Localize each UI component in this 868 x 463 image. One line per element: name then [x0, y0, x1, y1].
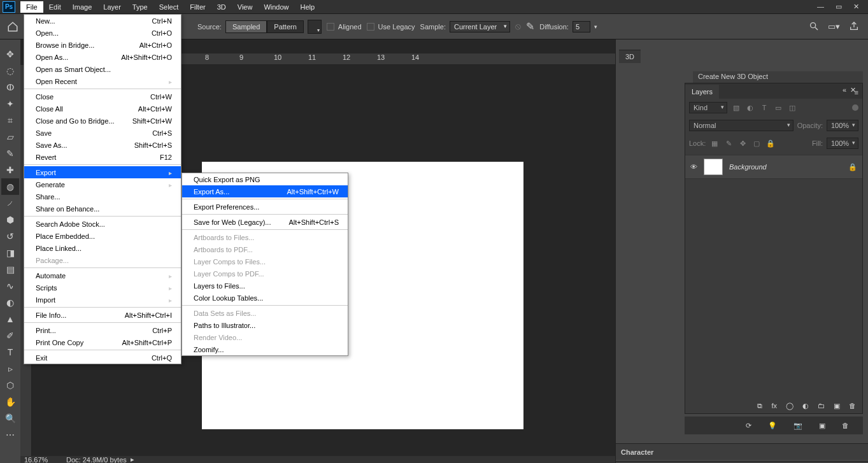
zoom-level[interactable]: 16.67%: [20, 456, 59, 464]
file-menu-automate[interactable]: Automate: [24, 269, 181, 281]
export-menu-zoomify[interactable]: Zoomify...: [182, 343, 348, 355]
character-panel-collapsed[interactable]: Character: [616, 443, 868, 460]
move-tool-icon[interactable]: ✥: [1, 46, 19, 62]
path-tool-icon[interactable]: ✐: [1, 327, 19, 344]
visibility-icon[interactable]: 👁: [690, 163, 697, 171]
menu-select[interactable]: Select: [153, 1, 185, 13]
pen-tool-icon[interactable]: ▲: [1, 311, 19, 327]
filter-smart-icon[interactable]: ◫: [787, 103, 797, 113]
layer-kind-select[interactable]: Kind: [689, 102, 727, 113]
home-icon[interactable]: [4, 18, 22, 36]
layer-name[interactable]: Background: [729, 163, 767, 171]
filter-pixel-icon[interactable]: ▧: [731, 103, 741, 113]
file-menu-close[interactable]: CloseCtrl+W: [24, 90, 181, 103]
spot-heal-tool-icon[interactable]: ✚: [1, 162, 19, 178]
direct-select-tool-icon[interactable]: ▹: [1, 360, 19, 377]
menu-image[interactable]: Image: [67, 1, 98, 13]
opacity-input[interactable]: 100%: [827, 120, 858, 131]
lock-icon[interactable]: 🔒: [848, 163, 857, 171]
file-menu-place-linked[interactable]: Place Linked...: [24, 242, 181, 254]
layers-tab[interactable]: Layers: [685, 85, 719, 99]
delete-icon[interactable]: 🗑: [849, 402, 856, 410]
file-menu-print-one-copy[interactable]: Print One CopyAlt+Shift+Ctrl+P: [24, 336, 181, 348]
zoom-tool-icon[interactable]: 🔍: [1, 410, 19, 427]
menu-3d[interactable]: 3D: [211, 1, 232, 13]
menu-layer[interactable]: Layer: [97, 1, 127, 13]
camera-icon[interactable]: 📷: [793, 422, 802, 430]
layer-row[interactable]: 👁 Background 🔒: [685, 155, 862, 179]
group-icon[interactable]: 🗀: [818, 402, 825, 410]
crop-tool-icon[interactable]: ⌗: [1, 112, 19, 129]
new-3d-icon[interactable]: ▣: [819, 422, 825, 430]
lock-brush-icon[interactable]: ✎: [723, 138, 734, 148]
create-3d-header[interactable]: Create New 3D Object: [693, 71, 863, 83]
dodge-tool-icon[interactable]: ◐: [1, 294, 19, 311]
render-icon[interactable]: ⟳: [746, 422, 751, 430]
panel-collapse-icon[interactable]: «: [843, 86, 846, 94]
mask-icon[interactable]: ◯: [786, 402, 793, 410]
blend-mode-select[interactable]: Normal: [689, 120, 793, 131]
file-menu-print[interactable]: Print...Ctrl+P: [24, 324, 181, 336]
file-menu-save-as[interactable]: Save As...Shift+Ctrl+S: [24, 139, 181, 151]
file-menu-search-adobe-stock[interactable]: Search Adobe Stock...: [24, 218, 181, 230]
close-icon[interactable]: ✕: [853, 3, 859, 11]
layer-thumbnail[interactable]: [704, 159, 723, 175]
magic-wand-tool-icon[interactable]: ✦: [1, 96, 19, 112]
eraser-tool-icon[interactable]: ◨: [1, 245, 19, 261]
tab-3d[interactable]: 3D: [619, 50, 641, 63]
text-tool-icon[interactable]: T: [1, 344, 19, 360]
delete-3d-icon[interactable]: 🗑: [842, 422, 849, 429]
file-menu-share-on-behance[interactable]: Share on Behance...: [24, 203, 181, 215]
use-legacy-checkbox[interactable]: [367, 23, 374, 31]
ignore-adjust-icon[interactable]: ⦸: [515, 21, 521, 32]
menu-window[interactable]: Window: [258, 1, 294, 13]
document-info[interactable]: Doc: 24.9M/0 bytes: [59, 456, 127, 464]
history-brush-tool-icon[interactable]: ↺: [1, 228, 19, 245]
file-menu-share[interactable]: Share...: [24, 190, 181, 203]
toolbar-more-icon[interactable]: ⋯: [1, 427, 19, 443]
search-icon[interactable]: [809, 21, 819, 32]
export-menu-color-lookup-tables[interactable]: Color Lookup Tables...: [182, 292, 348, 304]
marquee-tool-icon[interactable]: ◌: [1, 62, 19, 79]
diffusion-input[interactable]: 5: [573, 21, 590, 32]
lock-pixels-icon[interactable]: ▦: [709, 138, 720, 148]
file-menu-save[interactable]: SaveCtrl+S: [24, 127, 181, 139]
menu-type[interactable]: Type: [127, 1, 153, 13]
fx-icon[interactable]: fx: [771, 402, 777, 410]
file-menu-scripts[interactable]: Scripts: [24, 281, 181, 294]
file-menu-export[interactable]: Export: [24, 166, 181, 178]
frame-tool-icon[interactable]: ▱: [1, 129, 19, 145]
new-layer-icon[interactable]: ▣: [834, 402, 840, 410]
file-menu-import[interactable]: Import: [24, 294, 181, 306]
pattern-button[interactable]: Pattern: [267, 20, 303, 33]
menu-filter[interactable]: Filter: [184, 1, 211, 13]
maximize-icon[interactable]: ▭: [836, 3, 842, 11]
fill-input[interactable]: 100%: [827, 138, 858, 149]
export-menu-save-for-web-legacy[interactable]: Save for Web (Legacy)...Alt+Shift+Ctrl+S: [182, 216, 348, 228]
filter-toggle-icon[interactable]: [852, 104, 858, 111]
file-menu-file-info[interactable]: File Info...Alt+Shift+Ctrl+I: [24, 309, 181, 321]
gradient-tool-icon[interactable]: ▤: [1, 261, 19, 278]
file-menu-generate[interactable]: Generate: [24, 178, 181, 190]
lock-position-icon[interactable]: ✥: [737, 138, 748, 148]
export-menu-layers-to-files[interactable]: Layers to Files...: [182, 280, 348, 292]
file-menu-open-as-smart-object[interactable]: Open as Smart Object...: [24, 63, 181, 75]
export-menu-export-preferences[interactable]: Export Preferences...: [182, 201, 348, 213]
file-menu-new[interactable]: New...Ctrl+N: [24, 15, 181, 27]
workspace-icon[interactable]: ▭▾: [828, 22, 840, 31]
panel-close-icon[interactable]: ✕: [850, 86, 856, 94]
pattern-swatch[interactable]: ▾: [308, 20, 322, 34]
menu-edit[interactable]: Edit: [43, 1, 67, 13]
brush-tool-icon[interactable]: ⟋: [1, 195, 19, 211]
export-menu-export-as[interactable]: Export As...Alt+Shift+Ctrl+W: [182, 185, 348, 197]
export-menu-quick-export-as-png[interactable]: Quick Export as PNG: [182, 173, 348, 185]
filter-type-icon[interactable]: T: [759, 103, 769, 113]
hand-tool-icon[interactable]: ✋: [1, 394, 19, 410]
file-menu-exit[interactable]: ExitCtrl+Q: [24, 352, 181, 364]
file-menu-place-embedded[interactable]: Place Embedded...: [24, 230, 181, 242]
sampled-button[interactable]: Sampled: [225, 20, 267, 33]
file-menu-revert[interactable]: RevertF12: [24, 151, 181, 163]
eyedropper-tool-icon[interactable]: ✎: [1, 145, 19, 162]
light-icon[interactable]: 💡: [768, 422, 777, 430]
pressure-icon[interactable]: ✎: [526, 20, 534, 32]
